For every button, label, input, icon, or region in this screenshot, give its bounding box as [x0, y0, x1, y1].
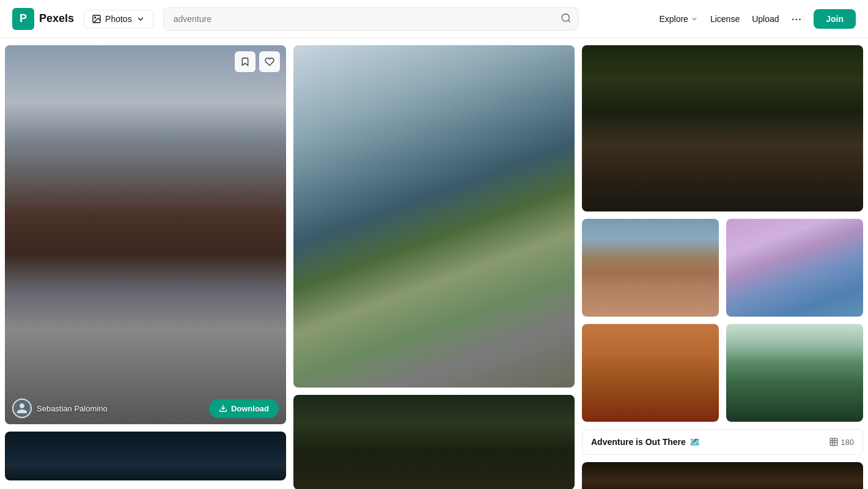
collection-icon	[829, 438, 838, 446]
gallery-column-2	[293, 45, 575, 489]
collection-count-number: 180	[840, 438, 854, 447]
more-options-button[interactable]: ···	[792, 12, 802, 26]
svg-point-1	[95, 17, 96, 18]
photo-grid	[582, 219, 863, 422]
photo-card-jeep[interactable]	[582, 45, 863, 211]
photo-card-forest[interactable]	[293, 395, 575, 489]
nav-links: Explore License Upload ··· Join	[659, 9, 856, 29]
photographer-info: Sebastian Palomino	[12, 399, 108, 418]
collection-emoji: 🗺️	[690, 437, 700, 447]
avatar	[12, 399, 32, 418]
svg-line-3	[568, 20, 570, 21]
download-label: Download	[231, 404, 269, 413]
search-icon	[561, 12, 572, 23]
photos-dropdown-button[interactable]: Photos	[84, 10, 153, 28]
collection-bar[interactable]: Adventure is Out There 🗺️ 180	[582, 429, 863, 455]
card-overlay	[582, 219, 719, 317]
svg-point-2	[562, 13, 569, 21]
photo-card-desert-walk[interactable]	[582, 219, 719, 317]
svg-rect-5	[830, 438, 837, 446]
heart-icon	[265, 57, 274, 67]
search-bar: adventure	[163, 7, 579, 31]
card-overlay	[5, 432, 286, 480]
download-icon	[219, 404, 227, 413]
explore-chevron-icon	[691, 15, 698, 23]
gallery-column-1: Sebastian Palomino Download	[5, 45, 286, 480]
photo-card-dark[interactable]	[5, 432, 286, 480]
gallery-column-3: Adventure is Out There 🗺️ 180	[582, 45, 863, 489]
photos-icon	[92, 14, 101, 24]
upload-link[interactable]: Upload	[752, 14, 779, 24]
bookmark-icon	[240, 57, 250, 67]
search-input[interactable]: adventure	[163, 7, 579, 31]
like-button[interactable]	[259, 51, 280, 72]
card-overlay	[582, 45, 863, 211]
collect-button[interactable]	[235, 51, 256, 72]
card-overlay	[293, 45, 575, 388]
card-overlay	[293, 395, 575, 489]
gallery: Sebastian Palomino Download	[0, 38, 868, 489]
explore-link[interactable]: Explore	[659, 14, 697, 24]
card-overlay	[726, 324, 863, 422]
card-actions	[235, 51, 280, 72]
card-footer: Sebastian Palomino Download	[5, 392, 286, 424]
card-overlay	[726, 219, 863, 317]
logo[interactable]: P Pexels	[12, 8, 74, 30]
header: P Pexels Photos adventure Explore Licens…	[0, 0, 868, 38]
collection-title: Adventure is Out There 🗺️	[591, 437, 700, 447]
brand-name: Pexels	[39, 12, 74, 25]
photo-card-cave[interactable]	[582, 462, 863, 489]
chevron-down-icon	[136, 14, 145, 24]
logo-icon: P	[12, 8, 34, 30]
collection-count: 180	[829, 438, 854, 447]
photographer-name: Sebastian Palomino	[37, 404, 108, 413]
avatar-icon	[16, 402, 28, 414]
photo-card-road[interactable]: Sebastian Palomino Download	[5, 45, 286, 424]
photo-card-beach[interactable]	[726, 219, 863, 317]
join-button[interactable]: Join	[814, 9, 856, 29]
license-link[interactable]: License	[710, 14, 740, 24]
collection-title-text: Adventure is Out There	[591, 437, 686, 447]
download-button[interactable]: Download	[209, 399, 279, 418]
card-overlay	[582, 462, 863, 489]
search-button[interactable]	[561, 12, 572, 25]
photo-card-pine[interactable]	[726, 324, 863, 422]
photos-label: Photos	[105, 14, 132, 24]
photo-card-red-dirt[interactable]	[582, 324, 719, 422]
card-overlay	[5, 45, 286, 424]
photo-card-fjord[interactable]	[293, 45, 575, 388]
card-overlay	[582, 324, 719, 422]
